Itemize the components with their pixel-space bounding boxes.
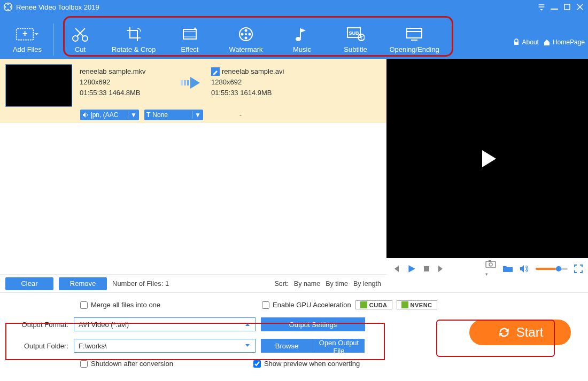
svg-point-16 (245, 37, 247, 40)
filmstrip-sparkle-icon (181, 25, 199, 43)
svg-point-31 (489, 263, 492, 266)
svg-rect-24 (514, 42, 519, 45)
stop-icon[interactable] (423, 265, 430, 273)
lock-icon (513, 38, 520, 46)
chevron-up-icon (244, 321, 251, 328)
dest-resolution: 1280x692 (211, 77, 284, 88)
reel-icon (237, 25, 255, 43)
crop-icon (125, 25, 143, 43)
subtitle-icon: SUBT (346, 25, 365, 43)
open-folder-icon[interactable] (502, 265, 513, 273)
svg-text:SUB: SUB (349, 30, 359, 36)
home-icon (543, 38, 551, 46)
shutdown-checkbox[interactable]: Shutdown after conversion (80, 360, 173, 368)
thumbnail (5, 64, 72, 107)
svg-text:+: + (22, 29, 27, 38)
file-row[interactable]: reneelab sample.mkv 1280x692 01:55:33 14… (0, 59, 386, 107)
speaker-icon (82, 112, 89, 118)
svg-point-13 (245, 29, 247, 32)
file-list-blank (0, 123, 386, 274)
window-title: Renee Video Toolbox 2019 (16, 3, 99, 11)
output-format-label: Output Format: (11, 321, 68, 329)
chevron-down-icon: ▼ (128, 111, 137, 119)
svg-rect-26 (184, 80, 186, 85)
about-link[interactable]: About (513, 38, 539, 46)
svg-text:T: T (360, 35, 363, 41)
filmstrip-plus-icon: + (16, 25, 39, 43)
start-button[interactable]: Start (469, 320, 571, 345)
dest-duration-size: 01:55:33 1614.9MB (211, 88, 284, 98)
subtitle-track-dropdown[interactable]: T None ▼ (144, 110, 203, 120)
svg-point-4 (7, 9, 9, 11)
output-folder-label: Output Folder: (11, 342, 68, 350)
menu-down-icon[interactable] (537, 2, 546, 12)
audio-track-dropdown[interactable]: jpn, (AAC ▼ (80, 110, 139, 120)
sort-by-time[interactable]: By time (326, 280, 348, 287)
remove-button[interactable]: Remove (59, 277, 107, 290)
source-duration-size: 01:55:33 1464.8MB (80, 88, 174, 98)
svg-point-2 (4, 6, 6, 8)
close-icon[interactable] (575, 2, 585, 12)
fullscreen-icon[interactable] (574, 265, 583, 273)
play-button-icon[interactable] (407, 264, 416, 274)
svg-rect-30 (486, 261, 496, 268)
maximize-icon[interactable] (562, 2, 572, 12)
edit-icon[interactable] (211, 67, 220, 76)
add-files-button[interactable]: + Add Files (3, 23, 51, 56)
arrow-right-icon (174, 59, 211, 107)
output-format-dropdown[interactable]: AVI Video (*.avi) (74, 317, 256, 331)
clear-button[interactable]: Clear (5, 277, 53, 290)
music-button[interactable]: Music (275, 23, 329, 56)
video-preview[interactable] (386, 59, 588, 258)
sort-label: Sort: (274, 280, 288, 287)
prev-icon[interactable] (392, 265, 400, 273)
volume-slider[interactable] (536, 268, 568, 270)
source-resolution: 1280x692 (80, 77, 174, 88)
screen-icon (405, 25, 423, 43)
next-icon[interactable] (437, 265, 445, 273)
gpu-checkbox[interactable]: Enable GPU Acceleration (262, 301, 351, 309)
source-filename: reneelab sample.mkv (80, 66, 174, 77)
cut-button[interactable]: Cut (56, 23, 104, 56)
merge-checkbox[interactable]: Merge all files into one (80, 301, 160, 309)
svg-rect-29 (424, 266, 429, 271)
svg-rect-6 (564, 4, 570, 10)
svg-rect-25 (181, 80, 183, 85)
cuda-badge: CUDA (355, 300, 392, 309)
app-icon (3, 2, 13, 12)
opening-ending-button[interactable]: Opening/Ending (382, 23, 446, 56)
row-dash: - (208, 111, 273, 119)
subtitle-button[interactable]: SUBT Subtitle (329, 23, 382, 56)
output-settings-button[interactable]: Output Settings (261, 317, 365, 331)
music-note-icon (293, 25, 311, 43)
play-icon (475, 146, 500, 172)
rotate-crop-button[interactable]: Rotate & Crop (104, 23, 163, 56)
scissors-icon (71, 25, 89, 43)
svg-point-17 (245, 33, 247, 35)
homepage-link[interactable]: HomePage (543, 38, 585, 46)
svg-rect-11 (183, 29, 196, 39)
snapshot-icon[interactable]: ▾ (485, 260, 496, 278)
watermark-button[interactable]: Watermark (216, 23, 275, 56)
svg-rect-32 (489, 260, 491, 262)
volume-icon[interactable] (520, 265, 529, 273)
chevron-down-icon: ▼ (192, 111, 201, 119)
svg-point-18 (296, 37, 301, 41)
browse-button[interactable]: Browse (261, 339, 313, 353)
svg-point-3 (10, 6, 12, 8)
svg-rect-27 (187, 80, 189, 85)
svg-point-15 (249, 33, 251, 36)
sort-by-length[interactable]: By length (353, 280, 381, 287)
minimize-icon[interactable] (550, 2, 559, 12)
svg-point-14 (241, 33, 244, 36)
chevron-down-icon (244, 343, 251, 349)
file-count-label: Number of Files: 1 (112, 279, 169, 287)
sort-by-name[interactable]: By name (294, 280, 320, 287)
output-folder-dropdown[interactable]: F:\works\ (74, 339, 256, 353)
open-output-file-button[interactable]: Open Output File (313, 339, 365, 353)
svg-rect-5 (551, 9, 558, 10)
dest-filename: reneelab sample.avi (222, 66, 284, 77)
effect-button[interactable]: Effect (163, 23, 216, 56)
refresh-icon (497, 325, 511, 339)
preview-checkbox[interactable]: Show preview when converting (253, 360, 360, 368)
